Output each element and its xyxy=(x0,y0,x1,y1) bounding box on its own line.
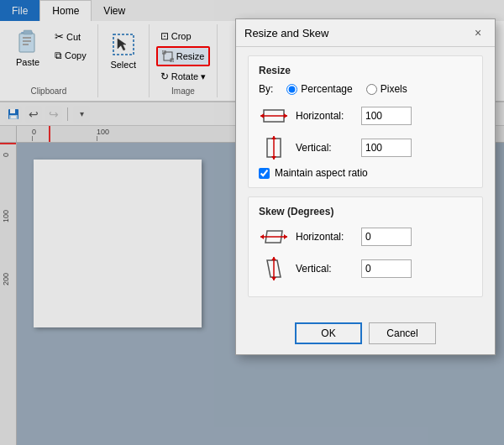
pixels-label: Pixels xyxy=(381,83,407,95)
resize-by-row: By: Percentage Pixels xyxy=(259,83,472,95)
resize-horizontal-label: Horizontal: xyxy=(296,110,354,122)
cancel-button[interactable]: Cancel xyxy=(369,322,436,344)
skew-vertical-label: Vertical: xyxy=(296,263,354,275)
percentage-radio-label[interactable]: Percentage xyxy=(286,83,352,95)
skew-vertical-input[interactable] xyxy=(361,259,412,278)
resize-section: Resize By: Percentage Pixels xyxy=(248,55,483,188)
dialog-overlay: Resize and Skew × Resize By: Percentage … xyxy=(0,0,504,445)
svg-marker-18 xyxy=(284,113,287,118)
horizontal-skew-icon xyxy=(259,224,289,249)
svg-marker-26 xyxy=(284,234,287,239)
resize-horizontal-row: Horizontal: xyxy=(259,103,472,128)
svg-marker-22 xyxy=(271,156,276,160)
svg-marker-29 xyxy=(271,257,276,260)
skew-vertical-row: Vertical: xyxy=(259,256,472,281)
vertical-resize-icon xyxy=(259,135,289,160)
percentage-radio[interactable] xyxy=(286,84,297,95)
dialog-close-button[interactable]: × xyxy=(470,24,486,41)
horizontal-resize-icon xyxy=(259,103,289,128)
skew-horizontal-label: Horizontal: xyxy=(296,231,354,243)
skew-horizontal-row: Horizontal: xyxy=(259,224,472,249)
vertical-skew-icon xyxy=(259,256,289,281)
svg-marker-21 xyxy=(271,136,276,139)
resize-skew-dialog: Resize and Skew × Resize By: Percentage … xyxy=(235,18,496,355)
svg-marker-30 xyxy=(271,277,276,280)
svg-marker-25 xyxy=(260,234,264,239)
skew-section: Skew (Degrees) Horizontal: xyxy=(248,196,483,297)
maintain-aspect-checkbox[interactable] xyxy=(259,168,270,179)
resize-section-title: Resize xyxy=(259,65,472,76)
dialog-body: Resize By: Percentage Pixels xyxy=(236,47,495,314)
pixels-radio-label[interactable]: Pixels xyxy=(366,83,407,95)
resize-vertical-label: Vertical: xyxy=(296,142,354,154)
maintain-aspect-row: Maintain aspect ratio xyxy=(259,167,472,179)
percentage-label: Percentage xyxy=(301,83,352,95)
dialog-title: Resize and Skew xyxy=(244,27,328,39)
svg-marker-17 xyxy=(260,113,264,118)
skew-horizontal-input[interactable] xyxy=(361,228,412,246)
resize-vertical-row: Vertical: xyxy=(259,135,472,160)
by-label: By: xyxy=(259,83,273,95)
dialog-title-bar: Resize and Skew × xyxy=(236,19,495,47)
resize-vertical-input[interactable] xyxy=(361,139,412,157)
resize-horizontal-input[interactable] xyxy=(361,107,412,125)
maintain-aspect-label[interactable]: Maintain aspect ratio xyxy=(275,167,368,179)
ok-button[interactable]: OK xyxy=(295,322,362,344)
dialog-buttons: OK Cancel xyxy=(236,314,495,354)
skew-section-title: Skew (Degrees) xyxy=(259,206,472,217)
pixels-radio[interactable] xyxy=(366,84,377,95)
